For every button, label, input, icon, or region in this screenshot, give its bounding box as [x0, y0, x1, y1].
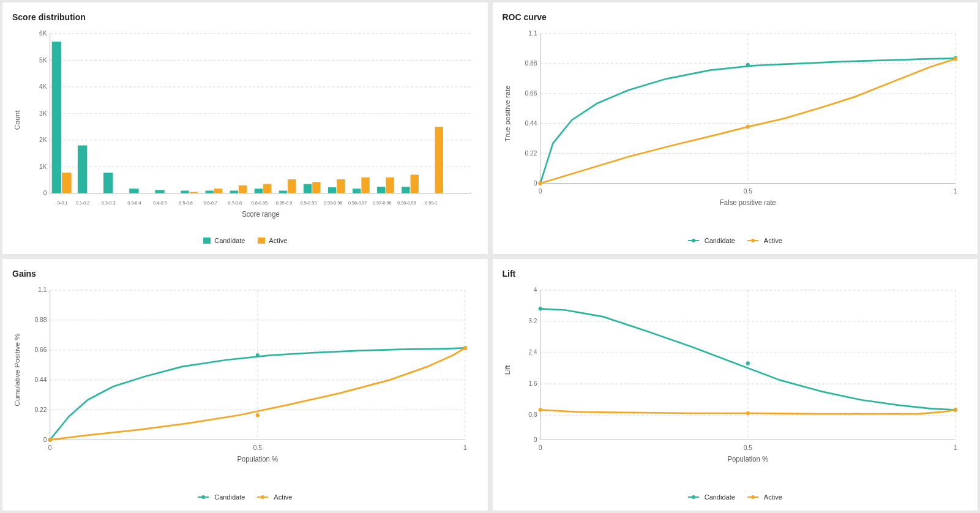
svg-point-86 [746, 63, 749, 67]
svg-point-119 [48, 438, 52, 442]
gains-active-label: Active [274, 493, 292, 501]
svg-point-120 [256, 413, 260, 418]
main-grid: Score distribution 0 1K 2K 3K [0, 0, 980, 513]
roc-chart: 0 0.22 0.44 0.66 0.88 1.1 0 0.5 1 True p… [503, 27, 968, 233]
svg-text:1: 1 [463, 443, 467, 451]
svg-point-156 [751, 495, 755, 499]
svg-point-94 [751, 239, 755, 242]
active-legend-label: Active [269, 237, 287, 244]
svg-rect-62 [203, 238, 211, 244]
svg-text:2.4: 2.4 [528, 348, 537, 356]
lift-legend: Candidate Active [503, 493, 968, 501]
svg-rect-36 [239, 185, 247, 193]
svg-text:5K: 5K [39, 56, 47, 63]
svg-rect-27 [155, 190, 164, 193]
svg-rect-29 [181, 190, 189, 193]
svg-rect-41 [279, 190, 287, 193]
svg-text:0.6-0.7: 0.6-0.7 [204, 200, 217, 206]
svg-rect-47 [328, 187, 336, 193]
svg-point-125 [261, 495, 264, 499]
svg-rect-57 [411, 174, 419, 193]
svg-rect-23 [103, 173, 113, 193]
svg-text:Population %: Population % [238, 455, 279, 463]
svg-text:0: 0 [533, 179, 537, 186]
roc-active-label: Active [764, 237, 782, 244]
svg-rect-44 [304, 184, 312, 193]
svg-text:0.44: 0.44 [35, 376, 47, 383]
svg-text:Cumulative Positive %: Cumulative Positive % [13, 334, 21, 406]
candidate-legend-item: Candidate [203, 237, 245, 244]
roc-active-legend: Active [747, 237, 782, 244]
svg-text:0.22: 0.22 [525, 149, 537, 157]
svg-text:0.88: 0.88 [35, 316, 47, 323]
svg-text:1.1: 1.1 [528, 29, 537, 37]
svg-text:0-0.1: 0-0.1 [58, 200, 67, 206]
gains-title: Gains [12, 269, 478, 279]
lift-active-legend: Active [747, 493, 782, 501]
svg-point-121 [463, 346, 467, 350]
svg-rect-21 [78, 146, 87, 193]
svg-text:3K: 3K [39, 109, 47, 116]
lift-candidate-legend: Candidate [688, 493, 735, 501]
gains-candidate-label: Candidate [214, 493, 245, 501]
svg-text:0: 0 [43, 189, 47, 197]
svg-rect-56 [402, 187, 410, 193]
gains-candidate-legend: Candidate [198, 493, 245, 501]
roc-candidate-legend: Candidate [688, 237, 735, 244]
svg-text:0.22: 0.22 [35, 406, 47, 413]
svg-text:0.3-0.4: 0.3-0.4 [127, 200, 141, 206]
roc-curve-panel: ROC curve 0 0.22 0.44 0.66 [493, 2, 978, 254]
svg-point-147 [538, 307, 542, 311]
lift-title: Lift [503, 269, 968, 279]
lift-candidate-label: Candidate [705, 493, 735, 501]
svg-point-90 [953, 57, 957, 61]
svg-rect-19 [62, 173, 71, 193]
svg-text:1.6: 1.6 [528, 380, 537, 387]
candidate-legend-label: Candidate [214, 237, 245, 244]
lift-chart: 0 0.8 1.6 2.4 3.2 4 0 0.5 1 Lift Populat… [503, 283, 968, 490]
svg-rect-32 [206, 190, 214, 193]
svg-point-88 [538, 181, 542, 185]
svg-text:4: 4 [533, 286, 537, 293]
gains-panel: Gains 0 0.22 0.44 0.66 [2, 259, 488, 511]
svg-text:0.5: 0.5 [253, 443, 262, 451]
svg-text:2K: 2K [39, 136, 47, 143]
svg-point-154 [692, 495, 695, 499]
svg-rect-39 [263, 184, 271, 193]
svg-text:Lift: Lift [503, 365, 511, 375]
svg-rect-42 [288, 179, 296, 193]
svg-rect-35 [230, 190, 238, 193]
svg-text:1: 1 [954, 187, 957, 194]
svg-rect-18 [52, 42, 61, 193]
active-legend-item: Active [257, 237, 287, 244]
svg-rect-50 [353, 189, 361, 193]
svg-text:3.2: 3.2 [528, 317, 537, 324]
svg-rect-25 [129, 189, 138, 193]
svg-text:0.99-1: 0.99-1 [425, 200, 437, 206]
svg-text:0.8: 0.8 [528, 411, 537, 418]
lift-panel: Lift 0 0.8 1.6 2.4 [493, 259, 978, 511]
svg-text:0.93-0.96: 0.93-0.96 [324, 200, 342, 206]
roc-candidate-label: Candidate [705, 237, 735, 244]
svg-text:0.7-0.8: 0.7-0.8 [228, 200, 242, 206]
svg-rect-51 [361, 178, 369, 193]
score-distribution-panel: Score distribution 0 1K 2K 3K [2, 2, 488, 254]
svg-text:0.1-0.2: 0.1-0.2 [76, 200, 89, 206]
svg-rect-33 [214, 189, 222, 193]
score-dist-title: Score distribution [12, 12, 478, 22]
svg-text:0.44: 0.44 [525, 119, 537, 127]
svg-text:0: 0 [43, 435, 47, 443]
svg-rect-48 [337, 179, 345, 193]
svg-text:0.88: 0.88 [525, 59, 537, 67]
roc-legend: Candidate Active [503, 237, 968, 244]
svg-point-150 [538, 408, 542, 412]
svg-text:Population %: Population % [727, 455, 768, 463]
svg-text:0.66: 0.66 [525, 89, 537, 97]
svg-text:6K: 6K [39, 29, 47, 37]
svg-text:0.9-0.93: 0.9-0.93 [301, 200, 316, 206]
svg-text:0.5-0.6: 0.5-0.6 [179, 200, 192, 206]
svg-text:Score range: Score range [242, 210, 280, 218]
svg-text:0.98-0.99: 0.98-0.99 [397, 200, 416, 206]
svg-point-92 [692, 239, 695, 242]
gains-active-legend: Active [257, 493, 292, 501]
